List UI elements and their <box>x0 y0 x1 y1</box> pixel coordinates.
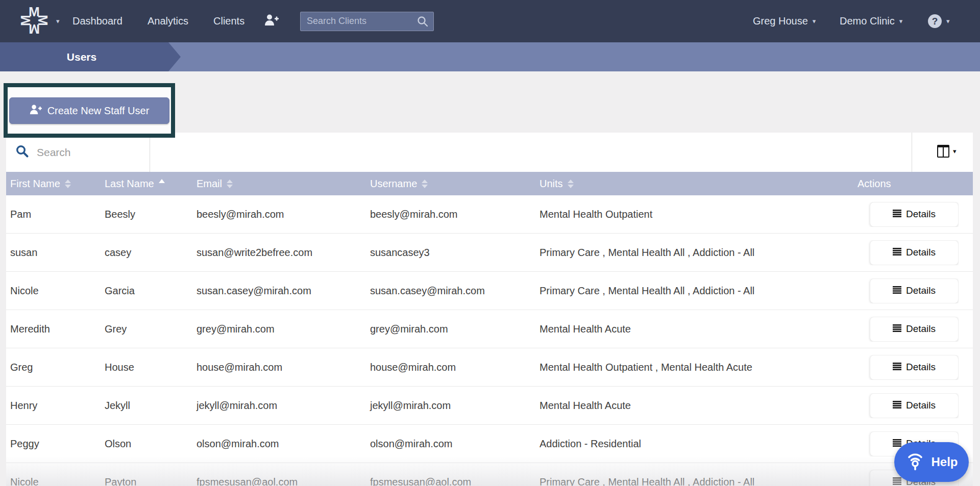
create-staff-user-button[interactable]: Create New Staff User <box>9 97 169 124</box>
cell-first: susan <box>6 247 101 259</box>
cell-username: susancasey3 <box>366 247 535 259</box>
list-icon <box>893 247 901 258</box>
details-button[interactable]: Details <box>870 393 959 418</box>
column-header-units[interactable]: Units <box>535 178 853 190</box>
cell-username: olson@mirah.com <box>366 438 535 450</box>
details-button[interactable]: Details <box>870 202 959 227</box>
column-label: Email <box>197 178 222 190</box>
add-client-button[interactable] <box>264 0 279 42</box>
cell-last: Beesly <box>101 209 192 220</box>
list-icon <box>893 323 901 335</box>
cell-username: house@mirah.com <box>366 362 535 373</box>
column-label: Username <box>370 178 417 190</box>
cell-actions: Details <box>853 278 959 303</box>
cell-username: beesly@mirah.com <box>366 209 535 220</box>
chevron-down-icon: ▾ <box>813 17 816 25</box>
cell-email: olson@mirah.com <box>192 438 366 450</box>
nav-item-dashboard[interactable]: Dashboard <box>72 0 122 42</box>
cell-last: casey <box>101 247 192 259</box>
table-row: MeredithGreygrey@mirah.comgrey@mirah.com… <box>6 310 973 348</box>
cell-last: Jekyll <box>101 400 192 412</box>
cell-username: grey@mirah.com <box>366 323 535 335</box>
cell-actions: Details <box>853 202 959 227</box>
table-search-input[interactable] <box>36 146 140 159</box>
help-button-label: Help <box>931 455 958 469</box>
column-header-first-name[interactable]: First Name <box>6 178 101 190</box>
details-label: Details <box>906 362 936 373</box>
details-button[interactable]: Details <box>870 240 959 265</box>
table-row: PamBeeslybeesly@mirah.combeesly@mirah.co… <box>6 195 973 233</box>
cell-last: House <box>101 362 192 373</box>
cell-actions: Details <box>853 393 959 418</box>
cell-email: grey@mirah.com <box>192 323 366 335</box>
column-label: First Name <box>10 178 60 190</box>
cell-first: Greg <box>6 362 101 373</box>
svg-text:M: M <box>18 15 33 26</box>
list-icon <box>893 209 901 220</box>
clinic-menu[interactable]: Demo Clinic ▾ <box>840 0 902 42</box>
cell-last: Grey <box>101 323 192 335</box>
table-row: GregHousehouse@mirah.comhouse@mirah.comM… <box>6 348 973 386</box>
column-header-username[interactable]: Username <box>366 178 535 190</box>
column-picker-button[interactable]: ▾ <box>937 145 957 158</box>
details-label: Details <box>906 247 936 258</box>
column-label: Units <box>540 178 563 190</box>
sort-icon <box>422 180 428 188</box>
nav-item-clients[interactable]: Clients <box>213 0 244 42</box>
cell-first: Peggy <box>6 438 101 450</box>
cell-actions: Details <box>853 317 959 342</box>
cell-units: Primary Care , Mental Health All , Addic… <box>535 285 853 297</box>
help-menu[interactable]: ? ▾ <box>928 0 950 42</box>
cell-first: Pam <box>6 209 101 220</box>
page-title: Users <box>67 51 96 63</box>
toolbar-divider <box>150 133 150 172</box>
search-icon <box>15 144 29 160</box>
person-add-icon <box>30 105 42 117</box>
cell-units: Addiction - Residential <box>535 438 853 450</box>
chevron-down-icon: ▾ <box>946 17 950 25</box>
client-search-input[interactable] <box>300 12 434 31</box>
table-header-row: First NameLast NameEmailUsernameUnitsAct… <box>6 172 973 195</box>
table-row: susancaseysusan@write2befree.comsusancas… <box>6 233 973 271</box>
cell-units: Primary Care , Mental Health All , Addic… <box>535 247 853 259</box>
column-label: Last Name <box>105 178 154 190</box>
cell-email: susan@write2befree.com <box>192 247 366 259</box>
column-label: Actions <box>857 178 891 190</box>
table-search <box>15 133 140 172</box>
cell-last: Payton <box>101 476 192 486</box>
toolbar-divider <box>912 133 912 172</box>
details-label: Details <box>906 209 936 220</box>
user-menu[interactable]: Greg House ▾ <box>753 0 816 42</box>
create-user-highlight-box: Create New Staff User <box>4 83 175 138</box>
column-header-last-name[interactable]: Last Name <box>101 178 192 190</box>
cell-actions: Details <box>853 240 959 265</box>
brand-caret-icon: ▾ <box>56 17 60 25</box>
cell-units: Mental Health Outpatient , Mental Health… <box>535 362 853 373</box>
brand-menu[interactable]: M M M M ▾ <box>18 0 60 42</box>
details-button[interactable]: Details <box>870 278 959 303</box>
search-icon[interactable] <box>416 15 429 30</box>
details-button[interactable]: Details <box>870 355 959 380</box>
table-body: PamBeeslybeesly@mirah.combeesly@mirah.co… <box>6 195 973 486</box>
cell-last: Olson <box>101 438 192 450</box>
table-row: HenryJekylljekyll@mirah.comjekyll@mirah.… <box>6 386 973 424</box>
list-icon <box>893 476 901 486</box>
sort-icon <box>227 180 233 188</box>
columns-icon <box>937 145 949 158</box>
cell-last: Garcia <box>101 285 192 297</box>
cell-first: Nicole <box>6 476 101 486</box>
details-label: Details <box>906 400 936 411</box>
chevron-down-icon: ▾ <box>899 17 903 25</box>
person-add-icon <box>264 14 279 28</box>
cell-email: fpsmesusan@aol.com <box>192 476 366 486</box>
details-button[interactable]: Details <box>870 317 959 342</box>
cell-units: Primary Care , Mental Health All , Addic… <box>535 476 853 486</box>
help-button[interactable]: Help <box>894 442 969 482</box>
nav-item-analytics[interactable]: Analytics <box>148 0 188 42</box>
table-row: NicolePaytonfpsmesusan@aol.comfpsmesusan… <box>6 463 973 486</box>
cell-username: fpsmesusan@aol.com <box>366 476 535 486</box>
tab-users[interactable]: Users <box>0 42 181 71</box>
list-icon <box>893 362 901 373</box>
column-header-email[interactable]: Email <box>192 178 366 190</box>
sort-icon <box>568 180 574 188</box>
